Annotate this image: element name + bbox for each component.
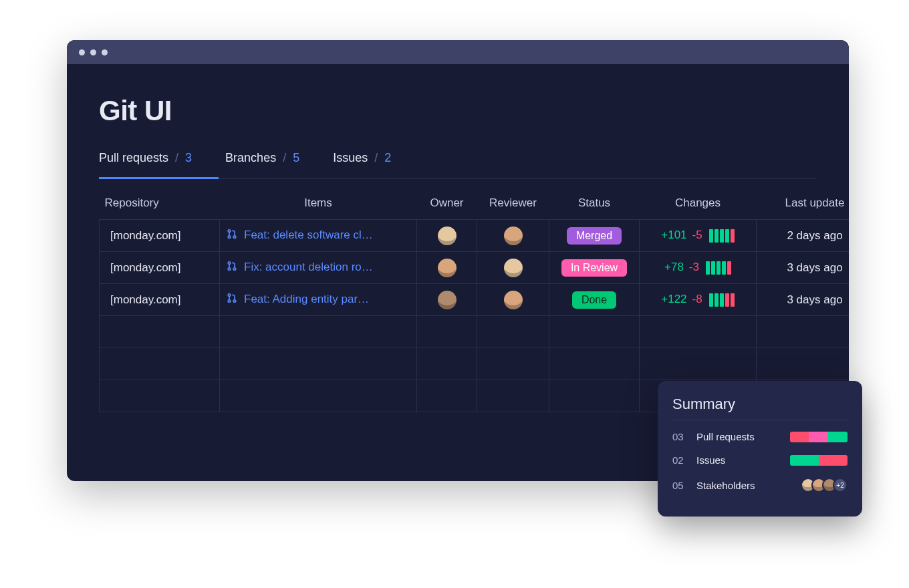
pull-request-icon (227, 229, 237, 243)
cell-repository: [monday.com] (100, 252, 220, 284)
summary-bar (790, 455, 848, 466)
avatar[interactable] (438, 291, 457, 309)
summary-title: Summary (672, 396, 848, 413)
summary-count: 03 (672, 431, 690, 442)
cell-reviewer (477, 252, 549, 284)
additions: +101 (661, 229, 686, 241)
cell-repository: [monday.com] (100, 220, 220, 252)
cell-changes: +122-8 (640, 284, 757, 316)
table-row-empty (100, 316, 850, 348)
svg-point-4 (228, 268, 231, 271)
svg-point-5 (233, 268, 236, 271)
window-titlebar (67, 40, 849, 64)
column-header-changes: Changes (640, 196, 757, 220)
tab-issues[interactable]: Issues/2 (333, 151, 391, 178)
additions: +122 (661, 293, 686, 305)
summary-card: Summary 03Pull requests02Issues 05 Stake… (658, 381, 862, 517)
deletions: -8 (692, 293, 702, 305)
table-row-empty (100, 348, 850, 380)
diff-bars (709, 293, 735, 307)
tab-bar: Pull requests/3Branches/5Issues/2 (99, 151, 817, 179)
item-title: Fix: account deletion ro… (244, 261, 373, 273)
tab-label: Branches (225, 151, 276, 165)
cell-changes: +101-5 (640, 220, 757, 252)
cell-status: Done (549, 284, 640, 316)
cell-changes: +78-3 (640, 252, 757, 284)
summary-count: 02 (672, 454, 690, 466)
cell-updated: 3 days ago (757, 284, 850, 316)
summary-row: 03Pull requests (672, 431, 848, 442)
item-title: Feat: delete software cl… (244, 229, 373, 241)
column-header-status: Status (549, 196, 640, 220)
summary-label: Stakeholders (696, 480, 798, 491)
avatar[interactable] (438, 259, 457, 277)
svg-point-0 (228, 230, 231, 233)
cell-owner (417, 284, 477, 316)
deletions: -5 (692, 229, 702, 241)
tab-count: 3 (185, 151, 192, 165)
summary-stakeholders-row: 05 Stakeholders +2 (672, 478, 848, 492)
stakeholder-avatars: +2 (805, 478, 848, 492)
cell-owner (417, 220, 477, 252)
avatar[interactable] (438, 227, 457, 245)
pull-request-icon (227, 293, 237, 307)
cell-repository: [monday.com] (100, 284, 220, 316)
tab-branches[interactable]: Branches/5 (225, 151, 299, 178)
tab-label: Issues (333, 151, 368, 165)
cell-reviewer (477, 220, 549, 252)
svg-point-2 (233, 236, 236, 239)
avatar-overflow[interactable]: +2 (833, 478, 848, 492)
summary-label: Issues (696, 454, 783, 466)
summary-count: 05 (672, 480, 690, 491)
status-badge: Merged (567, 227, 622, 245)
cell-owner (417, 252, 477, 284)
column-header-items: Items (220, 196, 417, 220)
window-control[interactable] (79, 49, 85, 55)
diff-bars (706, 261, 731, 275)
status-badge: Done (572, 291, 616, 309)
cell-status: Merged (549, 220, 640, 252)
deletions: -3 (689, 261, 699, 273)
cell-updated: 2 days ago (757, 220, 850, 252)
tab-count: 5 (293, 151, 299, 165)
cell-item[interactable]: Fix: account deletion ro… (220, 252, 417, 284)
additions: +78 (664, 261, 684, 273)
column-header-last_update: Last update (757, 196, 850, 220)
table-row[interactable]: [monday.com]Feat: Adding entity par…Done… (100, 284, 850, 316)
pull-request-icon (227, 261, 237, 275)
status-badge: In Review (561, 259, 627, 277)
avatar[interactable] (504, 259, 523, 277)
tab-label: Pull requests (99, 151, 168, 165)
summary-label: Pull requests (696, 431, 783, 442)
cell-status: In Review (549, 252, 640, 284)
cell-updated: 3 days ago (757, 252, 850, 284)
cell-item[interactable]: Feat: delete software cl… (220, 220, 417, 252)
page-title: Git UI (99, 95, 817, 127)
window-control[interactable] (102, 49, 108, 55)
tab-count: 2 (384, 151, 391, 165)
column-header-repository: Repository (100, 196, 220, 220)
column-header-owner: Owner (417, 196, 477, 220)
diff-bars (709, 229, 735, 243)
item-title: Feat: Adding entity par… (244, 293, 369, 305)
svg-point-6 (228, 294, 231, 297)
svg-point-3 (228, 262, 231, 265)
cell-reviewer (477, 284, 549, 316)
column-header-reviewer: Reviewer (477, 196, 549, 220)
avatar[interactable] (504, 291, 523, 309)
cell-item[interactable]: Feat: Adding entity par… (220, 284, 417, 316)
tab-pull-requests[interactable]: Pull requests/3 (99, 151, 192, 178)
table-row[interactable]: [monday.com]Feat: delete software cl…Mer… (100, 220, 850, 252)
window-control[interactable] (90, 49, 96, 55)
pull-requests-table: RepositoryItemsOwnerReviewerStatusChange… (99, 196, 849, 412)
summary-row: 02Issues (672, 454, 848, 466)
table-row[interactable]: [monday.com]Fix: account deletion ro…In … (100, 252, 850, 284)
svg-point-1 (228, 236, 231, 239)
summary-bar (790, 432, 848, 442)
svg-point-8 (233, 300, 236, 303)
svg-point-7 (228, 300, 231, 303)
avatar[interactable] (504, 227, 523, 245)
